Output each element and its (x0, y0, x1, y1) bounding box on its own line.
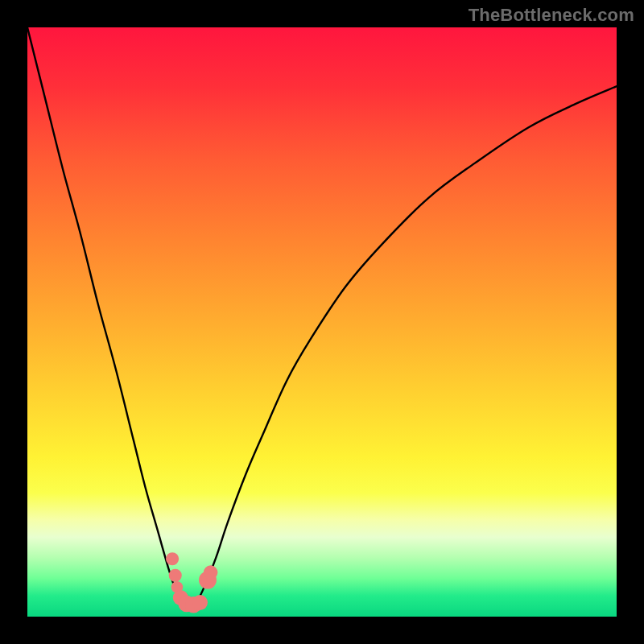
watermark-text: TheBottleneck.com (469, 5, 634, 26)
marker-a (166, 552, 179, 565)
bottleneck-chart (27, 27, 617, 617)
chart-frame: TheBottleneck.com (0, 0, 644, 644)
marker-b (169, 569, 182, 582)
marker-g (192, 595, 208, 610)
marker-i (204, 565, 218, 580)
plot-area (27, 27, 617, 617)
